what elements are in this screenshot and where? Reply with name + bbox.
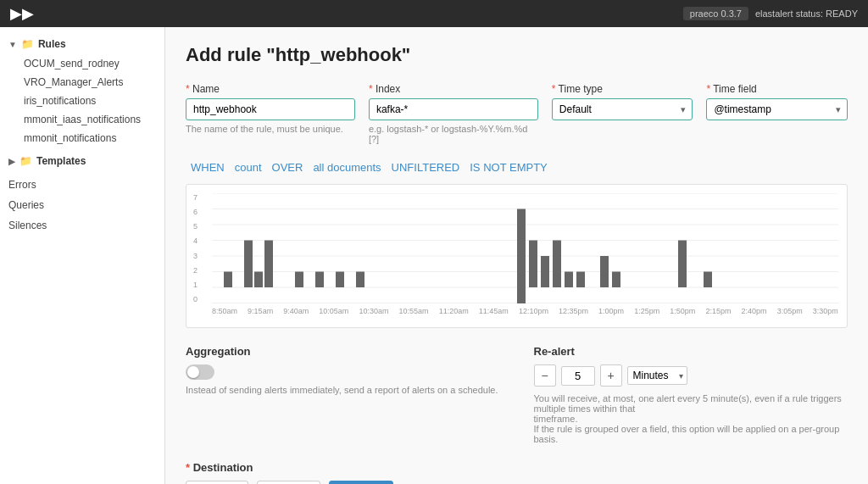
- aggregation-title: Aggregation: [186, 345, 500, 358]
- elastalert-status: elastalert status: READY: [755, 8, 858, 19]
- realert-hint: You will receive, at most, one alert eve…: [534, 393, 849, 444]
- sidebar-item-vro[interactable]: VRO_Manager_Alerts: [0, 73, 164, 92]
- bar-4: [254, 272, 263, 288]
- bar-20: [565, 272, 573, 288]
- x-label-3: 10:05am: [319, 307, 348, 315]
- http-destination-button[interactable]: ✔ HTTP: [329, 481, 392, 484]
- bar-5: [264, 241, 273, 288]
- realert-unit-select[interactable]: Minutes Hours Days: [627, 366, 687, 385]
- name-label: * Name: [186, 83, 355, 95]
- bar-18: [541, 256, 549, 287]
- realert-unit-select-wrap[interactable]: Minutes Hours Days: [627, 366, 687, 385]
- settings-row: Aggregation Instead of sending alerts im…: [186, 345, 848, 444]
- y-label-0: 0: [193, 295, 198, 303]
- time-field-select-wrap[interactable]: @timestamp: [706, 98, 848, 120]
- x-label-1: 9:15am: [248, 307, 273, 315]
- bar-24: [612, 272, 620, 288]
- x-label-12: 1:50pm: [670, 307, 695, 315]
- topbar-right: praeco 0.3.7 elastalert status: READY: [683, 7, 858, 20]
- realert-title: Re-alert: [534, 345, 849, 358]
- templates-label: Templates: [36, 155, 86, 167]
- form-row: * Name The name of the rule, must be uni…: [186, 83, 848, 144]
- name-required-star: *: [186, 83, 190, 95]
- realert-minus-button[interactable]: −: [534, 364, 556, 387]
- name-group: * Name The name of the rule, must be uni…: [186, 83, 355, 144]
- chart-area: 0 1 2 3 4 5 6 7: [212, 193, 838, 303]
- time-field-label: * Time field: [706, 83, 848, 95]
- y-label-5: 5: [193, 222, 198, 231]
- sidebar-item-queries[interactable]: Queries: [0, 195, 164, 215]
- y-axis: 0 1 2 3 4 5 6 7: [193, 193, 198, 303]
- name-hint: The name of the rule, must be unique.: [186, 124, 355, 134]
- x-label-8: 12:10pm: [519, 307, 548, 315]
- realert-plus-button[interactable]: +: [600, 364, 622, 387]
- x-label-4: 10:30am: [359, 307, 388, 315]
- realert-controls: − + Minutes Hours Days: [534, 364, 849, 387]
- bar-21: [576, 272, 585, 288]
- x-label-2: 9:40am: [283, 307, 309, 315]
- is-not-empty-link[interactable]: IS NOT EMPTY: [465, 158, 553, 177]
- sidebar-item-errors[interactable]: Errors: [0, 175, 164, 195]
- chart-svg: [212, 193, 838, 303]
- sidebar-item-silences[interactable]: Silences: [0, 215, 164, 236]
- toggle-knob: [187, 366, 199, 378]
- bar-8: [295, 272, 303, 288]
- y-label-3: 3: [193, 252, 198, 260]
- sidebar-item-iris[interactable]: iris_notifications: [0, 92, 164, 110]
- index-group: * Index e.g. logstash-* or logstash-%Y.%…: [369, 83, 538, 144]
- bar-28: [704, 272, 712, 288]
- realert-col: Re-alert − + Minutes Hours Days You will…: [534, 345, 849, 444]
- y-label-7: 7: [193, 193, 198, 202]
- bar-17: [529, 241, 537, 288]
- logo-icon: ▶▶: [10, 4, 34, 23]
- x-label-0: 8:50am: [212, 307, 237, 315]
- sidebar-item-mmonit[interactable]: mmonit_notifications: [0, 129, 164, 147]
- unfiltered-link[interactable]: UNFILTERED: [387, 158, 465, 177]
- time-type-group: * Time type Default: [552, 83, 693, 144]
- email-destination-button[interactable]: ☐ Email: [257, 481, 320, 484]
- time-field-required-star: *: [706, 83, 710, 95]
- rules-arrow-icon: ▼: [8, 40, 17, 49]
- sidebar-rules-header[interactable]: ▼ 📁 Rules: [0, 34, 164, 54]
- destination-label: * Destination: [186, 461, 848, 474]
- when-link[interactable]: WHEN: [186, 158, 230, 177]
- y-label-1: 1: [193, 281, 198, 289]
- destination-options: ☐ Slack ☐ Email ✔ HTTP: [186, 481, 848, 484]
- time-type-select-wrap[interactable]: Default: [552, 98, 693, 120]
- x-label-15: 3:05pm: [777, 307, 803, 315]
- time-type-label: * Time type: [552, 83, 693, 95]
- aggregation-toggle[interactable]: [186, 364, 214, 380]
- main-content: Add rule "http_webhook" * Name The name …: [165, 27, 868, 484]
- bar-peak: [517, 209, 526, 304]
- slack-destination-button[interactable]: ☐ Slack: [186, 481, 248, 484]
- time-field-select[interactable]: @timestamp: [706, 98, 848, 120]
- dest-required-star: *: [186, 461, 190, 474]
- over-link[interactable]: OVER: [267, 158, 309, 177]
- all-documents-link[interactable]: all documents: [308, 158, 386, 177]
- toggle-wrap: [186, 364, 500, 380]
- bar-10: [315, 272, 324, 288]
- x-label-13: 2:15pm: [705, 307, 731, 315]
- time-type-required-star: *: [552, 83, 556, 95]
- bar-27: [678, 241, 687, 288]
- aggregation-hint: Instead of sending alerts immediately, s…: [186, 385, 500, 395]
- x-label-14: 2:40pm: [742, 307, 767, 315]
- when-bar: WHEN count OVER all documents UNFILTERED…: [186, 158, 848, 177]
- sidebar-templates-header[interactable]: ▶ 📁 Templates: [0, 151, 164, 171]
- x-label-7: 11:45am: [479, 307, 509, 315]
- index-input[interactable]: [369, 98, 538, 120]
- x-label-10: 1:00pm: [598, 307, 624, 315]
- sidebar-item-mmonit-iaas[interactable]: mmonit_iaas_notifications: [0, 110, 164, 129]
- x-label-11: 1:25pm: [634, 307, 659, 315]
- sidebar-item-ocum[interactable]: OCUM_send_rodney: [0, 54, 164, 73]
- bar-23: [600, 256, 609, 287]
- bar-1: [224, 272, 232, 288]
- realert-value-input[interactable]: [561, 366, 595, 386]
- sidebar: ▼ 📁 Rules OCUM_send_rodney VRO_Manager_A…: [0, 27, 165, 484]
- count-link[interactable]: count: [230, 158, 267, 177]
- time-type-select[interactable]: Default: [552, 98, 693, 120]
- index-required-star: *: [369, 83, 373, 95]
- bar-14: [356, 272, 364, 288]
- y-label-4: 4: [193, 236, 198, 245]
- name-input[interactable]: [186, 98, 355, 120]
